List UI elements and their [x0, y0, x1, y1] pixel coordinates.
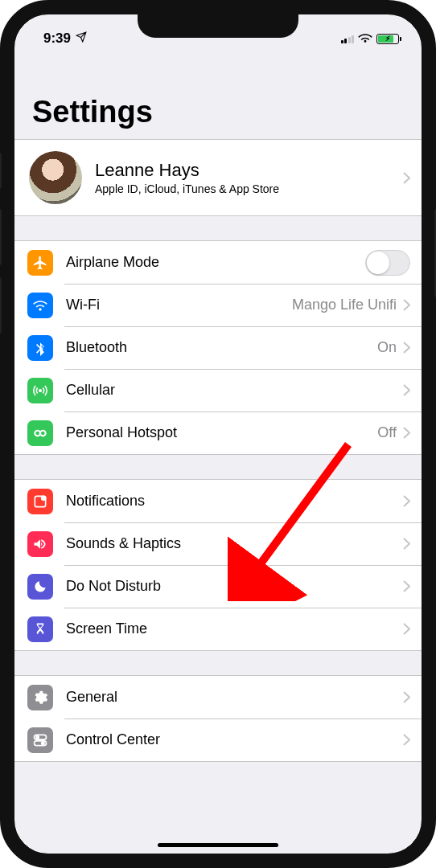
svg-point-0 [39, 389, 42, 391]
control-center-label: Control Center [66, 731, 403, 748]
home-indicator[interactable] [158, 843, 278, 847]
chevron-right-icon [403, 172, 410, 184]
page-title: Settings [14, 51, 422, 139]
sounds-haptics-row[interactable]: Sounds & Haptics [14, 522, 422, 565]
chevron-right-icon [403, 623, 410, 635]
profile-text: Leanne Hays Apple ID, iCloud, iTunes & A… [95, 160, 403, 195]
bluetooth-label: Bluetooth [66, 339, 377, 356]
wifi-row[interactable]: Wi-Fi Mango Life Unifi [14, 284, 422, 326]
airplane-mode-row[interactable]: Airplane Mode [14, 241, 422, 284]
hotspot-label: Personal Hotspot [66, 424, 377, 441]
general-row[interactable]: General [14, 676, 422, 719]
general-label: General [66, 689, 403, 706]
hotspot-row[interactable]: Personal Hotspot Off [14, 411, 422, 454]
do-not-disturb-row[interactable]: Do Not Disturb [14, 565, 422, 608]
wifi-icon [27, 293, 53, 318]
svg-point-2 [40, 430, 46, 436]
sounds-label: Sounds & Haptics [66, 535, 403, 552]
chevron-right-icon [403, 691, 410, 703]
notifications-row[interactable]: Notifications [14, 480, 422, 522]
notifications-group: Notifications Sounds & Haptics Do Not Di… [14, 479, 422, 651]
wifi-label: Wi-Fi [66, 297, 292, 313]
hotspot-value: Off [377, 424, 397, 441]
cellular-icon [27, 378, 53, 403]
general-group: General Control Center [14, 675, 422, 762]
control-center-icon [27, 727, 53, 753]
avatar [29, 151, 82, 204]
profile-subtitle: Apple ID, iCloud, iTunes & App Store [95, 182, 403, 195]
wifi-status-icon [358, 31, 372, 47]
chevron-right-icon [403, 342, 410, 354]
chevron-right-icon [403, 580, 410, 592]
location-icon [76, 31, 87, 47]
screen-time-icon [27, 616, 53, 642]
profile-name: Leanne Hays [95, 160, 403, 181]
airplane-icon [27, 250, 53, 276]
screen-time-row[interactable]: Screen Time [14, 608, 422, 650]
airplane-toggle[interactable] [365, 250, 410, 276]
bluetooth-value: On [377, 339, 397, 356]
cellular-row[interactable]: Cellular [14, 369, 422, 411]
status-right: ⚡︎ [341, 31, 400, 47]
chevron-right-icon [403, 384, 410, 396]
airplane-label: Airplane Mode [66, 254, 365, 271]
status-bar: 9:39 ⚡︎ [14, 14, 422, 51]
sounds-icon [27, 531, 53, 557]
status-time: 9:39 [43, 31, 71, 47]
chevron-right-icon [403, 734, 410, 746]
screen-time-label: Screen Time [66, 620, 403, 637]
notifications-label: Notifications [66, 493, 403, 510]
wifi-value: Mango Life Unifi [292, 297, 397, 313]
volume-up-button [0, 209, 2, 265]
profile-group: Leanne Hays Apple ID, iCloud, iTunes & A… [14, 139, 422, 216]
chevron-right-icon [403, 299, 410, 311]
chevron-right-icon [403, 495, 410, 507]
battery-icon: ⚡︎ [376, 34, 399, 44]
control-center-row[interactable]: Control Center [14, 719, 422, 761]
bluetooth-icon [27, 335, 53, 361]
status-left: 9:39 [43, 31, 87, 47]
screen: 9:39 ⚡︎ Settings Leanne Hays Apple ID, i… [14, 14, 422, 854]
bluetooth-row[interactable]: Bluetooth On [14, 326, 422, 369]
chevron-right-icon [403, 538, 410, 550]
hotspot-icon [27, 420, 53, 446]
svg-point-6 [36, 735, 39, 738]
general-icon [27, 685, 53, 710]
svg-point-4 [42, 496, 46, 500]
dnd-label: Do Not Disturb [66, 578, 403, 595]
chevron-right-icon [403, 427, 410, 439]
cellular-label: Cellular [66, 382, 403, 399]
connectivity-group: Airplane Mode Wi-Fi Mango Life Unifi Blu… [14, 240, 422, 455]
dnd-icon [27, 574, 53, 600]
svg-point-8 [42, 742, 44, 744]
cell-signal-icon [341, 34, 355, 43]
notifications-icon [27, 489, 53, 514]
volume-down-button [0, 277, 2, 334]
mute-switch [0, 153, 2, 189]
apple-id-row[interactable]: Leanne Hays Apple ID, iCloud, iTunes & A… [14, 140, 422, 215]
